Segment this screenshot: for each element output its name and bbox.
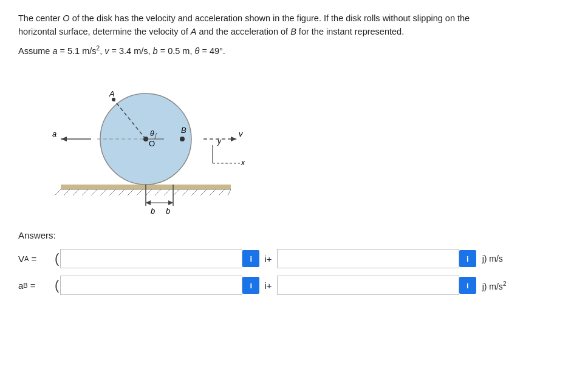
b-label-left: b <box>151 206 155 215</box>
b-label: B <box>181 126 186 135</box>
svg-line-9 <box>128 189 134 195</box>
va-x-input[interactable] <box>60 249 242 268</box>
v-arrow-head <box>231 137 237 141</box>
va-label: VA = <box>18 254 55 264</box>
va-plus-label: i+ <box>262 254 274 264</box>
ab-x-input[interactable] <box>60 276 242 295</box>
svg-line-14 <box>173 189 179 195</box>
theta-label: θ <box>150 129 154 138</box>
v-label: v <box>239 129 244 138</box>
svg-line-13 <box>164 189 170 195</box>
diagram-svg: O A θ B a v b b y x <box>24 66 279 218</box>
diagram: O A θ B a v b b y x <box>24 66 279 218</box>
point-b-dot <box>180 137 185 141</box>
va-row: VA = ( i i+ i j) m/s <box>18 249 570 268</box>
ab-unit: j) m/s2 <box>480 280 507 291</box>
x-axis-label: x <box>241 158 245 167</box>
assume-line: Assume a = 5.1 m/s2, v = 3.4 m/s, b = 0.… <box>18 45 570 56</box>
va-x-info-button[interactable]: i <box>242 250 259 267</box>
answers-label: Answers: <box>18 230 570 240</box>
svg-line-1 <box>55 189 61 195</box>
svg-line-4 <box>82 189 88 195</box>
svg-line-16 <box>191 189 197 195</box>
ab-row: aB = ( i i+ i j) m/s2 <box>18 276 570 295</box>
svg-line-19 <box>219 189 225 195</box>
va-paren: ( <box>55 252 59 265</box>
b-left-arrow <box>146 200 151 205</box>
b-label-right: b <box>166 206 170 215</box>
va-y-info-button[interactable]: i <box>459 250 476 267</box>
svg-line-17 <box>200 189 207 195</box>
svg-line-3 <box>73 189 79 195</box>
a-arrow-label: a <box>52 129 56 138</box>
ab-y-input[interactable] <box>277 276 459 295</box>
b-right-arrow <box>168 200 173 205</box>
ab-x-info-button[interactable]: i <box>242 277 259 294</box>
svg-line-15 <box>182 189 188 195</box>
svg-line-2 <box>64 189 70 195</box>
va-y-input[interactable] <box>277 249 459 268</box>
ab-y-info-button[interactable]: i <box>459 277 476 294</box>
svg-line-12 <box>155 189 161 195</box>
svg-line-10 <box>137 189 143 195</box>
y-axis-label: y <box>217 137 222 146</box>
ab-paren: ( <box>55 279 59 292</box>
svg-line-7 <box>109 189 115 195</box>
o-label: O <box>149 139 155 148</box>
svg-line-5 <box>91 189 97 195</box>
svg-line-18 <box>210 189 216 195</box>
problem-text-line1: The center O of the disk has the velocit… <box>18 12 565 39</box>
svg-line-8 <box>118 189 125 195</box>
a-label: A <box>109 89 115 98</box>
va-unit: j) m/s <box>480 254 503 263</box>
ab-label: aB = <box>18 280 55 291</box>
svg-line-11 <box>146 189 152 195</box>
a-arrow-head <box>61 137 67 141</box>
ab-plus-label: i+ <box>262 280 274 291</box>
svg-line-6 <box>100 189 106 195</box>
svg-line-20 <box>228 189 231 195</box>
